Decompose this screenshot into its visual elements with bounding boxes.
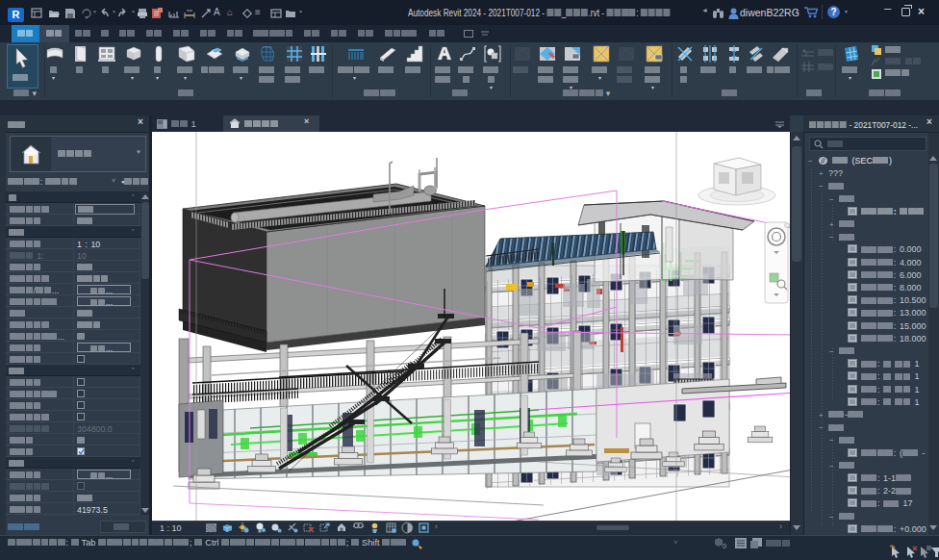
svg-text:0: 0 xyxy=(723,543,726,549)
